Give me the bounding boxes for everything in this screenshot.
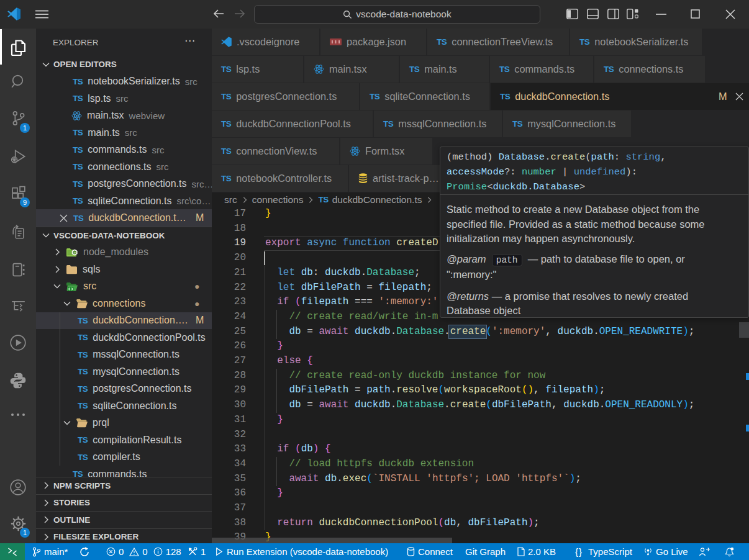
svg-text:js: js xyxy=(73,251,76,254)
